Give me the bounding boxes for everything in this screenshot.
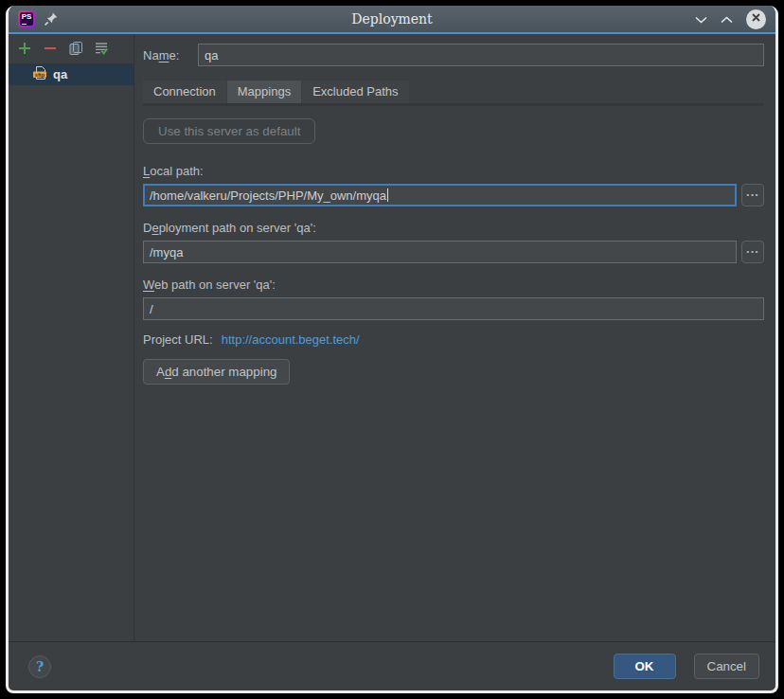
server-list-item-qa[interactable]: sftp qa (9, 63, 134, 85)
minimize-button[interactable] (695, 12, 707, 27)
deployment-path-label: Deployment path on server 'qa': (143, 221, 316, 235)
add-server-button[interactable] (17, 42, 32, 57)
dialog-footer: ? OK Cancel (9, 641, 775, 690)
sftp-file-icon: sftp (32, 65, 48, 83)
server-list-toolbar (9, 39, 134, 63)
server-settings-panel: Name: qa Connection Mappings Excluded Pa… (134, 34, 775, 641)
settings-tabs: Connection Mappings Excluded Paths (143, 81, 764, 106)
cancel-button[interactable]: Cancel (694, 654, 760, 679)
project-url-label: Project URL: (143, 332, 213, 347)
mappings-tab-content: Use this server as default Local path: /… (143, 106, 764, 385)
question-mark-icon: ? (36, 659, 44, 674)
web-path-label: Web path on server 'qa': (143, 278, 276, 292)
text-cursor (387, 188, 388, 202)
copy-server-button[interactable] (68, 42, 83, 57)
help-button[interactable]: ? (28, 655, 51, 678)
dialog-body: sftp qa Name: qa Connection Mappings Exc… (9, 34, 775, 641)
copy-icon (68, 41, 83, 59)
add-another-mapping-button[interactable]: Add another mapping (143, 359, 290, 385)
deployment-path-input[interactable]: /myqa (143, 241, 737, 263)
name-input[interactable]: qa (198, 44, 764, 66)
project-url-link[interactable]: http://account.beget.tech/ (222, 332, 360, 347)
add-icon (18, 42, 31, 58)
titlebar[interactable]: PS Deployment (9, 6, 775, 34)
deployment-path-browse-button[interactable]: ... (741, 241, 764, 263)
close-icon (746, 8, 766, 30)
deployment-dialog: PS Deployment (6, 6, 778, 693)
tab-excluded-paths[interactable]: Excluded Paths (302, 81, 408, 103)
server-name-label: qa (53, 67, 67, 81)
server-list-panel: sftp qa (9, 34, 134, 641)
use-as-default-button[interactable] (94, 42, 109, 57)
tab-connection[interactable]: Connection (143, 81, 226, 103)
ok-button[interactable]: OK (614, 654, 676, 679)
maximize-button[interactable] (721, 12, 733, 27)
chevron-up-icon (721, 12, 733, 27)
ellipsis-icon: ... (746, 246, 759, 252)
remove-server-button[interactable] (43, 42, 58, 57)
close-button[interactable] (746, 9, 766, 29)
local-path-browse-button[interactable]: ... (741, 184, 764, 206)
svg-text:sftp: sftp (35, 72, 45, 78)
tab-mappings[interactable]: Mappings (227, 81, 301, 103)
remove-icon (44, 42, 57, 58)
name-label: Name: (143, 48, 198, 63)
ellipsis-icon: ... (746, 189, 759, 195)
default-check-icon (94, 41, 109, 59)
use-this-server-as-default-button[interactable]: Use this server as default (143, 118, 315, 144)
web-path-input[interactable]: / (143, 297, 764, 320)
local-path-input[interactable]: /home/valkeru/Projects/PHP/My_own/myqa (143, 184, 737, 206)
local-path-label: Local path: (143, 164, 204, 178)
window-title: Deployment (9, 11, 775, 27)
chevron-down-icon (695, 12, 707, 27)
